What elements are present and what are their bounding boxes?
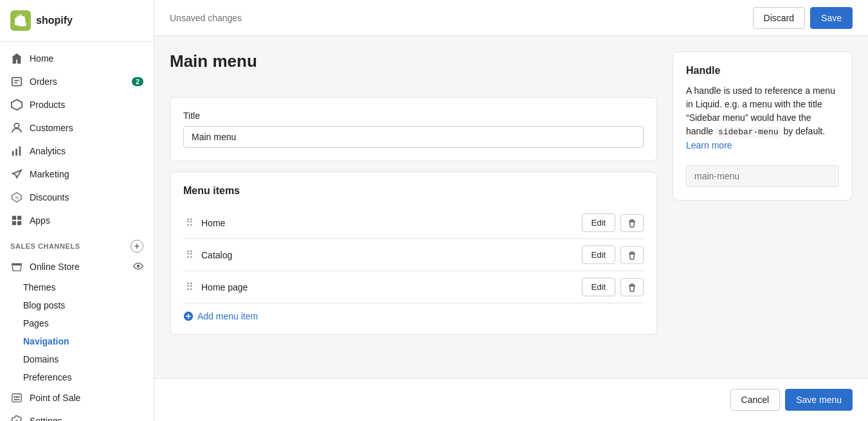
sidebar-item-discounts-label: Discounts: [30, 192, 143, 202]
main-content: Unsaved changes Discard Save Main menu T…: [154, 0, 868, 421]
sidebar-item-apps-label: Apps: [30, 215, 143, 226]
save-menu-button[interactable]: Save menu: [785, 389, 853, 411]
shopify-logo-icon: [10, 10, 31, 31]
title-card: Title: [170, 97, 657, 161]
delete-home-button[interactable]: [620, 214, 644, 232]
edit-homepage-button[interactable]: Edit: [582, 278, 615, 296]
sidebar-item-navigation[interactable]: Navigation: [0, 332, 154, 350]
right-panel: Handle A handle is used to reference a m…: [673, 51, 853, 201]
sidebar-item-orders-label: Orders: [30, 76, 125, 87]
add-sales-channel-button[interactable]: +: [131, 240, 143, 253]
home-icon: [10, 52, 23, 65]
pos-icon: [10, 391, 23, 404]
menu-items-card: Menu items ⠿ Home Edit ⠿ Catalog Edit: [170, 172, 657, 335]
cancel-button[interactable]: Cancel: [730, 389, 781, 411]
sidebar-item-themes[interactable]: Themes: [0, 278, 154, 296]
content-area: Main menu Title Menu items ⠿ Home Edit: [154, 36, 868, 378]
products-icon: [10, 98, 23, 111]
sidebar-item-products-label: Products: [30, 100, 143, 110]
orders-badge: 2: [132, 77, 143, 86]
svg-text:%: %: [15, 195, 19, 200]
orders-icon: [10, 75, 23, 88]
drag-handle-icon[interactable]: ⠿: [183, 249, 196, 261]
sidebar-item-online-store[interactable]: Online Store: [0, 255, 154, 278]
sidebar-item-orders[interactable]: Orders 2: [0, 70, 154, 93]
table-row: ⠿ Home page Edit: [183, 271, 644, 303]
trash-icon: [628, 251, 637, 260]
menu-items-title: Menu items: [183, 185, 644, 197]
online-store-label: Online Store: [30, 262, 127, 272]
page-title: Main menu: [170, 51, 657, 71]
sidebar-item-marketing-label: Marketing: [30, 169, 143, 179]
svg-rect-5: [15, 148, 17, 156]
customers-icon: [10, 121, 23, 134]
trash-icon: [628, 219, 637, 228]
svg-rect-17: [14, 399, 20, 400]
sidebar-item-customers-label: Customers: [30, 123, 143, 133]
handle-code: sidebar-menu: [716, 127, 781, 138]
svg-rect-4: [12, 151, 14, 156]
svg-rect-0: [12, 78, 21, 86]
svg-rect-14: [14, 396, 16, 398]
sidebar: shopify Home Orders 2 Products: [0, 0, 154, 421]
add-menu-item-label: Add menu item: [197, 311, 258, 321]
edit-home-button[interactable]: Edit: [582, 213, 615, 232]
drag-handle-icon[interactable]: ⠿: [183, 281, 196, 293]
sidebar-nav: Home Orders 2 Products Customers: [0, 42, 154, 421]
svg-rect-10: [12, 221, 16, 225]
svg-rect-9: [17, 216, 21, 220]
handle-input[interactable]: [686, 165, 839, 187]
unsaved-changes-text: Unsaved changes: [170, 13, 242, 23]
sidebar-item-analytics[interactable]: Analytics: [0, 139, 154, 163]
sidebar-item-blog-posts[interactable]: Blog posts: [0, 296, 154, 314]
shopify-logo-text: shopify: [36, 15, 73, 26]
table-row: ⠿ Catalog Edit: [183, 239, 644, 271]
sidebar-item-analytics-label: Analytics: [30, 146, 143, 156]
bottom-bar: Cancel Save menu: [154, 378, 868, 421]
menu-title-input[interactable]: [183, 126, 644, 148]
sidebar-item-settings-label: Settings: [30, 416, 143, 421]
sidebar-item-customers[interactable]: Customers: [0, 116, 154, 139]
save-button[interactable]: Save: [810, 7, 853, 29]
svg-rect-11: [17, 221, 21, 225]
sidebar-item-marketing[interactable]: Marketing: [0, 163, 154, 186]
menu-item-home-label: Home: [201, 218, 577, 228]
sidebar-item-home[interactable]: Home: [0, 47, 154, 70]
svg-rect-16: [19, 396, 20, 398]
sales-channels-header: SALES CHANNELS +: [0, 232, 154, 255]
svg-rect-6: [19, 147, 21, 156]
delete-homepage-button[interactable]: [620, 278, 644, 296]
sidebar-item-apps[interactable]: Apps: [0, 209, 154, 232]
add-menu-item-button[interactable]: Add menu item: [183, 311, 644, 321]
menu-item-catalog-label: Catalog: [201, 250, 577, 260]
top-bar-actions: Discard Save: [753, 7, 853, 29]
drag-handle-icon[interactable]: ⠿: [183, 217, 196, 229]
edit-catalog-button[interactable]: Edit: [582, 246, 615, 264]
delete-catalog-button[interactable]: [620, 246, 644, 264]
handle-card: Handle A handle is used to reference a m…: [673, 51, 853, 201]
svg-point-12: [137, 264, 140, 267]
eye-icon[interactable]: [133, 261, 143, 273]
svg-point-3: [14, 123, 19, 128]
menu-item-homepage-label: Home page: [201, 282, 577, 292]
discounts-icon: %: [10, 191, 23, 204]
marketing-icon: [10, 168, 23, 181]
sales-channels-label: SALES CHANNELS: [10, 242, 80, 250]
sidebar-item-domains[interactable]: Domains: [0, 350, 154, 368]
logo-area: shopify: [0, 0, 154, 42]
learn-more-link[interactable]: Learn more: [686, 140, 732, 150]
sidebar-item-discounts[interactable]: % Discounts: [0, 186, 154, 209]
handle-card-title: Handle: [686, 65, 839, 76]
add-icon: [183, 311, 194, 321]
settings-icon: [10, 415, 23, 421]
sidebar-item-pages[interactable]: Pages: [0, 314, 154, 332]
sidebar-item-pos[interactable]: Point of Sale: [0, 386, 154, 409]
svg-rect-15: [16, 396, 18, 398]
analytics-icon: [10, 145, 23, 157]
sidebar-item-products[interactable]: Products: [0, 93, 154, 116]
sidebar-item-preferences[interactable]: Preferences: [0, 368, 154, 386]
discard-button[interactable]: Discard: [753, 7, 805, 29]
sidebar-item-settings[interactable]: Settings: [0, 409, 154, 421]
store-icon: [10, 260, 23, 273]
top-bar: Unsaved changes Discard Save: [154, 0, 868, 36]
